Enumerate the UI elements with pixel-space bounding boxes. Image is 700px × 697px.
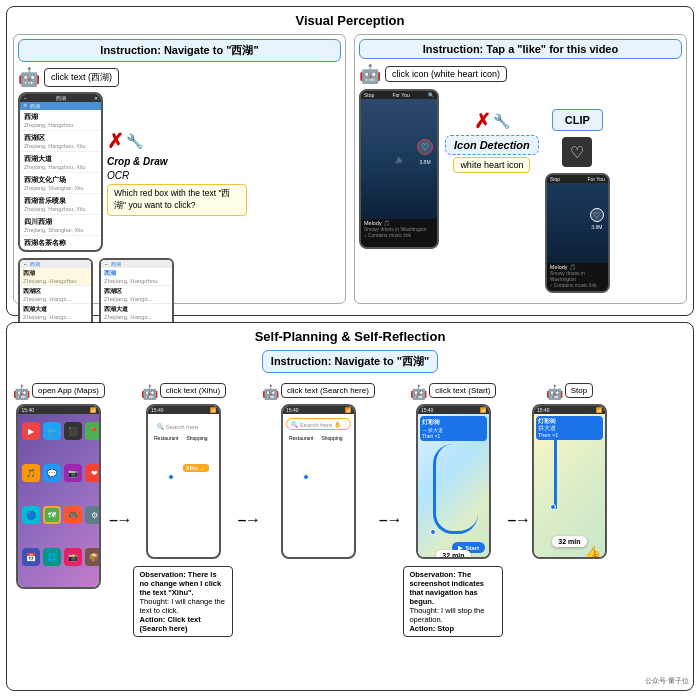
- obs2-action: Action: Stop: [409, 624, 497, 633]
- tiktok-phone: StopFor You🔍 🏔️ ♡ 3.8M Melody 🎵: [359, 89, 439, 249]
- right-action-bubble: click icon (white heart icon): [385, 66, 507, 82]
- step1-header: 🤖 open App (Maps): [13, 383, 105, 401]
- step-column-1: 🤖 open App (Maps) 15:40📶 ▶ 🐦 ⬛ 📍 🎵 💬: [13, 383, 105, 589]
- left-inner: ←西湖✕ 🔍 西湖 西湖 Zhejiang, Hangzhou 西湖区 Zhej…: [18, 92, 341, 252]
- bottom-section: Self-Planning & Self-Reflection Instruct…: [6, 322, 694, 691]
- road-h2: [158, 489, 213, 492]
- android-phone: 15:40📶 ▶ 🐦 ⬛ 📍 🎵 💬 📷 ❤ 🔵 🗺 🎮: [16, 404, 101, 589]
- road-v3: [313, 459, 316, 519]
- ocr-label: OCR: [107, 170, 247, 181]
- left-instruction: Instruction: Navigate to "西湖": [18, 39, 341, 62]
- arrow-2: - - →: [237, 511, 258, 529]
- tiktok-phone-2: StopFor You ♡ 3.8M Melody 🎵 Snowy dri: [545, 173, 610, 293]
- final-nav-instruction: 灯彩街 拱大道 Then ×1: [536, 416, 603, 440]
- road-h4: [293, 489, 348, 492]
- final-time-badge: 32 min: [552, 536, 586, 547]
- maps-phone1-header: 15:40📶: [148, 406, 219, 414]
- left-robot-row: 🤖 click text (西湖): [18, 66, 341, 88]
- obs-box-2: Observation: The screenshot indicates th…: [403, 566, 503, 637]
- robot-step3: 🤖: [262, 384, 279, 400]
- left-action-bubble: click text (西湖): [44, 68, 119, 87]
- arrow-4: - - →: [507, 511, 528, 529]
- watermark: 公众号·量子位: [645, 676, 689, 686]
- white-heart-box: white heart icon: [453, 157, 530, 173]
- step4-action: click text (Start): [429, 383, 496, 398]
- app-cyan: 🔵: [22, 506, 40, 524]
- right-instruction: Instruction: Tap a "like" for this video: [359, 39, 682, 59]
- maps-phone-2: 15:40📶 🔍 Search here ✋ Restaurant Shoppi…: [281, 404, 356, 559]
- map-dot-2: [303, 474, 309, 480]
- step2-action: click text (Xihu): [160, 383, 226, 398]
- wrench-right: 🔧: [493, 113, 510, 129]
- maps-phone2-header: 15:40📶: [283, 406, 354, 414]
- obs2-thought: Thought: I will stop the operation.: [409, 606, 497, 624]
- phone-item-2: 西湖区 Zhejiang, Hangzhou, Xilu: [20, 131, 101, 152]
- robot-step4: 🤖: [410, 384, 427, 400]
- app-orange2: 🎮: [64, 506, 82, 524]
- crop-draw-wrench: 🔧: [126, 133, 143, 149]
- nav-dot: [430, 529, 436, 535]
- step-column-2: 🤖 click text (Xihu) 15:40📶 🔍 Search here…: [133, 383, 233, 637]
- robot-icon-left: 🤖: [18, 66, 40, 88]
- icon-detection-box: Icon Detection: [445, 135, 539, 155]
- phone-item-3: 西湖大道 Zhejiang, Hangzhou, Xilu: [20, 152, 101, 173]
- obs-box-1: Observation: There is no change when I c…: [133, 566, 233, 637]
- x-mark-right: ✗: [474, 109, 491, 133]
- app-dark1: ⬛: [64, 422, 82, 440]
- bottom-instruction-container: Instruction: Navigate to "西湖": [13, 350, 687, 377]
- step3-action: click text (Search here): [281, 383, 375, 398]
- app-purple: 📷: [64, 464, 82, 482]
- app-brown: 📦: [85, 548, 101, 566]
- phone-item-5: 西湖音乐喷泉 Zhejiang, Hangzhou, Xilu: [20, 194, 101, 215]
- app-green: 📍: [85, 422, 101, 440]
- top-section: Visual Perception Instruction: Navigate …: [6, 6, 694, 316]
- map-content-1: Xihu ✋: [148, 449, 219, 559]
- app-red: ❤: [85, 464, 101, 482]
- app-indigo: 📅: [22, 548, 40, 566]
- app-twitter: 🐦: [43, 422, 61, 440]
- right-robot-row: 🤖 click icon (white heart icon): [359, 63, 682, 85]
- heart-icon-large: ♡: [562, 137, 592, 167]
- x-and-label: ✗ 🔧: [107, 129, 247, 153]
- maps-bg-1: 🔍 Search here Restaurant Shopping: [148, 414, 219, 559]
- obs1-text: Observation: There is no change when I c…: [139, 570, 227, 597]
- step-column-5: 🤖 Stop 15:40📶 灯彩街 拱大道 Then ×1: [532, 383, 607, 559]
- xihu-highlight: Xihu ✋: [183, 464, 209, 472]
- category-bar: Restaurant Shopping: [151, 434, 216, 442]
- main-container: Visual Perception Instruction: Navigate …: [0, 0, 700, 697]
- phone-screen-left: ←西湖✕ 🔍 西湖 西湖 Zhejiang, Hangzhou 西湖区 Zhej…: [18, 92, 103, 252]
- nav-instruction: 灯彩街 → 拱大道 Then ×1: [420, 416, 487, 441]
- search-bar-1: 🔍 Search here: [153, 420, 214, 432]
- step5-action: Stop: [565, 383, 593, 398]
- step3-header: 🤖 click text (Search here): [262, 383, 375, 401]
- nav-phone: 15:40📶 灯彩街 → 拱大道 Then ×1 ▶Start: [416, 404, 491, 559]
- arrow-1: - - →: [109, 511, 130, 529]
- android-home-screen: ▶ 🐦 ⬛ 📍 🎵 💬 📷 ❤ 🔵 🗺 🎮 ⚙ 📅 🌐: [18, 414, 99, 589]
- bottom-section-title: Self-Planning & Self-Reflection: [13, 329, 687, 344]
- robot-step5: 🤖: [546, 384, 563, 400]
- map-content-2: [283, 449, 354, 559]
- app-teal: 🌐: [43, 548, 61, 566]
- road-h3: [293, 469, 348, 472]
- phone-item-1: 西湖 Zhejiang, Hangzhou: [20, 110, 101, 131]
- app-gray: ⚙: [85, 506, 101, 524]
- thumbs-up: 👍: [584, 545, 601, 559]
- arrow-3: - - →: [379, 511, 400, 529]
- step1-action: open App (Maps): [32, 383, 105, 398]
- road-v2: [158, 459, 161, 519]
- map-dot-1: [168, 474, 174, 480]
- bottom-content: 🤖 open App (Maps) 15:40📶 ▶ 🐦 ⬛ 📍 🎵 💬: [13, 383, 687, 637]
- phone-item-7: 西湖名茶名称 Hangzhou: [20, 236, 101, 252]
- left-panel: Instruction: Navigate to "西湖" 🤖 click te…: [13, 34, 346, 304]
- final-nav-header: 15:40📶: [534, 406, 605, 414]
- maps-bg-2: 🔍 Search here ✋ Restaurant Shopping: [283, 414, 354, 559]
- nav-route: [433, 444, 478, 534]
- clip-box: CLIP: [552, 109, 603, 131]
- obs1-thought: Thought: I will change the text to click…: [139, 597, 227, 615]
- android-phone-header: 15:40📶: [18, 406, 99, 414]
- final-dot: [550, 504, 556, 510]
- app-maps-highlighted: 🗺: [43, 506, 61, 524]
- app-pink: 📸: [64, 548, 82, 566]
- time-badge: 32 min: [436, 550, 470, 559]
- robot-icon-right: 🤖: [359, 63, 381, 85]
